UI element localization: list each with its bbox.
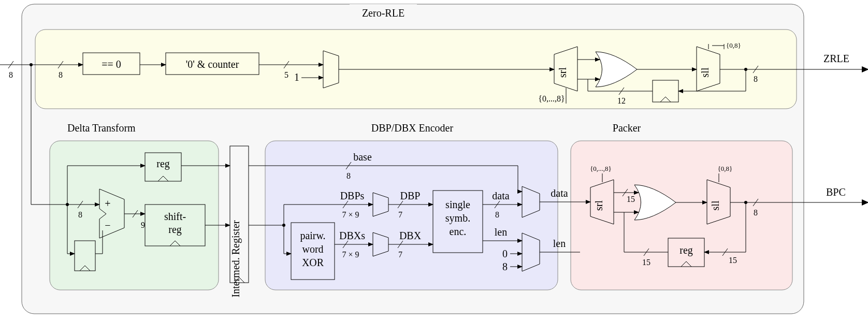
svg-rect-7 xyxy=(571,141,792,290)
len2: len xyxy=(553,238,566,249)
data1: data xyxy=(492,190,509,201)
len1: len xyxy=(495,226,507,238)
svg-text:word: word xyxy=(302,243,323,255)
svg-text:symb.: symb. xyxy=(445,212,470,224)
eight: 8 xyxy=(502,261,508,272)
bpc-out: BPC xyxy=(826,186,846,198)
plus: + xyxy=(105,198,110,209)
svg-text:pairw.: pairw. xyxy=(300,230,325,242)
srl2: srl xyxy=(593,200,604,211)
dbp-o: DBP xyxy=(400,190,421,201)
srl: srl xyxy=(557,67,568,78)
w15c: 15 xyxy=(642,258,650,267)
reg3: reg xyxy=(679,244,693,256)
w15b: 15 xyxy=(729,256,737,265)
one: 1 xyxy=(294,71,299,83)
w79a: 7 × 9 xyxy=(342,210,359,219)
w8b: 8 xyxy=(346,171,351,180)
w12: 12 xyxy=(617,96,626,105)
counter: '0' & counter xyxy=(186,59,239,70)
dbx-o: DBX xyxy=(399,230,422,241)
w8o: 8 xyxy=(754,75,758,83)
eq0: == 0 xyxy=(102,59,121,70)
srl-shift: {0,...,8} xyxy=(538,94,565,103)
svg-text:single: single xyxy=(445,199,470,211)
zrle-title: Zero-RLE xyxy=(362,7,404,19)
sll2-shift: {0,8} xyxy=(718,165,733,172)
w79b: 7 × 9 xyxy=(342,250,359,259)
w7b: 7 xyxy=(398,250,402,259)
w7a: 7 xyxy=(398,210,402,219)
dbxs: DBXs xyxy=(339,230,365,241)
w-in-8: 8 xyxy=(9,70,13,79)
w8p: 8 xyxy=(754,208,758,217)
w-in2: 8 xyxy=(59,70,63,79)
sll2: sll xyxy=(710,200,721,210)
srl2-shift: {0,...,8} xyxy=(590,165,612,172)
sll: sll xyxy=(699,67,711,77)
w8c: 8 xyxy=(495,210,499,219)
shiftreg1: shift- xyxy=(164,211,186,222)
w5: 5 xyxy=(284,70,288,79)
shiftreg2: reg xyxy=(168,224,182,236)
delta-title: Delta Transform xyxy=(67,122,136,134)
dbp-title: DBP/DBX Encoder xyxy=(371,122,454,134)
zrle-out: ZRLE xyxy=(823,53,849,64)
base: base xyxy=(353,151,372,163)
reg1: reg xyxy=(156,158,170,170)
pairwise: XOR xyxy=(302,257,324,268)
w9: 9 xyxy=(141,221,145,229)
minus: − xyxy=(105,220,110,231)
zero: 0 xyxy=(502,248,508,259)
sll-shift: {0,8} xyxy=(726,41,741,49)
w8d: 8 xyxy=(78,210,82,219)
dbps: DBPs xyxy=(340,190,365,201)
data2: data xyxy=(551,187,568,199)
intermed: Intermed. Register xyxy=(230,220,242,297)
single-enc: enc. xyxy=(450,226,467,237)
w15a: 15 xyxy=(627,195,635,203)
packer-title: Packer xyxy=(613,122,641,134)
